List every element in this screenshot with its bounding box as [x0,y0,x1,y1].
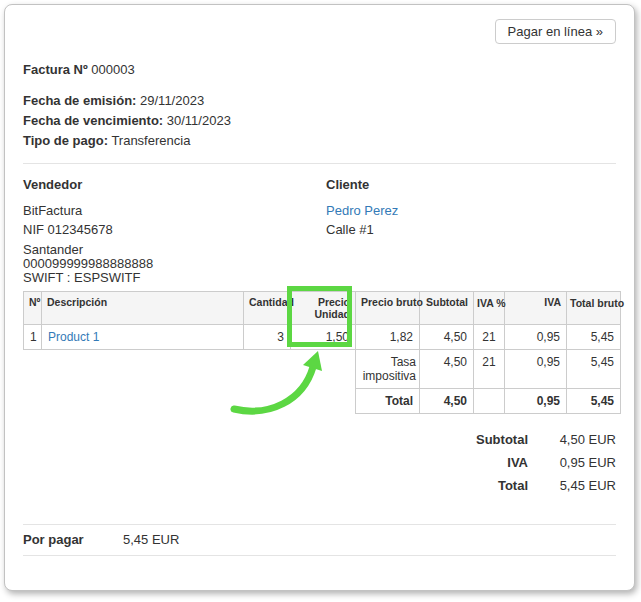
seller-bank-details: Santander 000099999988888888 SWIFT : ESP… [23,243,326,285]
invoice-number-value: 000003 [91,62,134,77]
header-bar: Pagar en línea » [23,19,616,44]
totals-summary: Subtotal 4,50 EUR IVA 0,95 EUR Total 5,4… [23,432,616,494]
tax-row-vat-percent: 21 [474,350,505,389]
summary-subtotal-row: Subtotal 4,50 EUR [23,432,616,448]
col-header-gross-price: Precio bruto [356,292,420,325]
total-row-gross-total: 5,45 [567,389,621,414]
tax-row-gross-total: 5,45 [567,350,621,389]
amount-due-divider-bottom [23,555,616,556]
invoice-number-label: Factura Nº [23,62,88,77]
tax-row: Tasa impositiva 4,50 21 0,95 5,45 [356,350,621,389]
tax-summary-table: Tasa impositiva 4,50 21 0,95 5,45 Total … [355,349,621,414]
invoice-meta: Fecha de emisión: 29/11/2023 Fecha de ve… [23,91,616,151]
col-header-unit-price: Precio Unidad [291,292,356,325]
items-table-area: Nº Descripción Cantidad Precio Unidad Pr… [23,291,616,414]
product-link[interactable]: Product 1 [48,330,99,344]
amount-due-row: Por pagar 5,45 EUR [23,525,616,555]
issue-date-label: Fecha de emisión: [23,93,136,108]
due-date-label: Fecha de vencimiento: [23,113,163,128]
payment-type-value: Transferencia [111,133,190,148]
summary-total-label: Total [498,478,528,494]
item-subtotal: 4,50 [420,325,474,350]
seller-title: Vendedor [23,177,326,193]
summary-vat-label: IVA [507,455,528,471]
summary-vat-row: IVA 0,95 EUR [23,455,616,471]
table-header-row: Nº Descripción Cantidad Precio Unidad Pr… [24,292,621,325]
seller-tax-id: NIF 012345678 [23,222,326,237]
pay-online-button[interactable]: Pagar en línea » [495,19,616,44]
section-divider [23,163,616,164]
client-name: Pedro Perez [326,203,398,218]
seller-bank-name: Santander [23,243,326,257]
summary-total-value: 5,45 EUR [528,478,616,494]
summary-subtotal-value: 4,50 EUR [528,432,616,448]
col-header-vat: IVA [505,292,567,325]
total-row-vat-percent [474,389,505,414]
seller-bank-account: 000099999988888888 [23,257,326,271]
client-block: Cliente Pedro Perez Calle #1 [326,177,398,285]
summary-subtotal-label: Subtotal [476,432,528,448]
item-vat: 0,95 [505,325,567,350]
total-row-subtotal: 4,50 [420,389,474,414]
due-date: Fecha de vencimiento: 30/11/2023 [23,111,616,131]
parties-section: Vendedor BitFactura NIF 012345678 Santan… [23,177,616,285]
total-row: Total 4,50 0,95 5,45 [356,389,621,414]
col-header-num: Nº [24,292,42,325]
col-header-gross-total: Total bruto [567,292,621,325]
table-row: 1 Product 1 3 1,50 1,82 4,50 21 0,95 5,4… [24,325,621,350]
client-title: Cliente [326,177,398,193]
amount-due-section: Por pagar 5,45 EUR [23,524,616,556]
seller-block: Vendedor BitFactura NIF 012345678 Santan… [23,177,326,285]
invoice-items-table: Nº Descripción Cantidad Precio Unidad Pr… [23,291,621,350]
item-gross-price: 1,82 [356,325,420,350]
seller-swift: SWIFT : ESPSWITF [23,271,326,285]
item-unit-price: 1,50 [291,325,356,350]
due-date-value: 30/11/2023 [167,113,231,128]
client-address: Calle #1 [326,222,398,237]
highlight-arrow-icon [211,343,341,428]
col-header-subtotal: Subtotal [420,292,474,325]
item-quantity: 3 [244,325,291,350]
amount-due-value: 5,45 EUR [123,533,179,547]
payment-type: Tipo de pago: Transferencia [23,131,616,151]
tax-row-vat: 0,95 [505,350,567,389]
issue-date-value: 29/11/2023 [140,93,204,108]
invoice-number: Factura Nº 000003 [23,62,616,78]
item-number: 1 [24,325,42,350]
tax-row-label: Tasa impositiva [356,350,420,389]
client-name-link[interactable]: Pedro Perez [326,203,398,218]
issue-date: Fecha de emisión: 29/11/2023 [23,91,616,111]
col-header-description: Descripción [42,292,244,325]
amount-due-label: Por pagar [23,533,123,547]
invoice-page: Pagar en línea » Factura Nº 000003 Fecha… [0,0,641,602]
total-row-label: Total [356,389,420,414]
item-vat-percent: 21 [474,325,505,350]
payment-type-label: Tipo de pago: [23,133,108,148]
item-description: Product 1 [42,325,244,350]
col-header-quantity: Cantidad [244,292,291,325]
summary-total-row: Total 5,45 EUR [23,478,616,494]
col-header-vat-percent: IVA % [474,292,505,325]
summary-vat-value: 0,95 EUR [528,455,616,471]
total-row-vat: 0,95 [505,389,567,414]
item-gross-total: 5,45 [567,325,621,350]
tax-row-subtotal: 4,50 [420,350,474,389]
invoice-card: Pagar en línea » Factura Nº 000003 Fecha… [4,4,635,591]
seller-company-name: BitFactura [23,203,326,218]
